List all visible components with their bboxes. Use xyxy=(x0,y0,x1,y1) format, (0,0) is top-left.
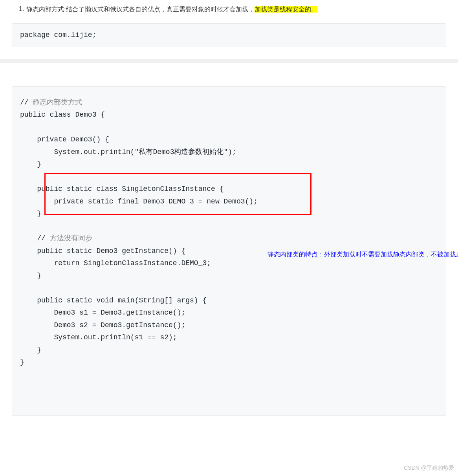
code-line: private static final Demo3 DEMO_3 = new … xyxy=(20,198,258,205)
code-line: public class Demo3 { xyxy=(20,111,105,119)
code-section: // 静态内部类方式 public class Demo3 { private … xyxy=(0,63,458,416)
code-block-main: // 静态内部类方式 public class Demo3 { private … xyxy=(12,86,446,416)
annotation-text-blue: 静态内部类的特点：外部类加载时不需要加载静态内部类，不被加载则不占用内存，（延迟… xyxy=(267,251,458,258)
code-block-package: package com.lijie; xyxy=(12,23,446,47)
code-line: public static void main(String[] args) { xyxy=(20,297,207,304)
code-comment: // 方法没有同步 xyxy=(20,234,92,242)
highlight-box xyxy=(44,173,311,215)
code-line: package com.lijie; xyxy=(20,31,96,39)
code-line: } xyxy=(20,358,24,366)
ordered-list-item: 1. 静态内部方式:结合了懒汉式和饿汉式各自的优点，真正需要对象的时候才会加载，… xyxy=(12,4,446,15)
highlighted-text: 加载类是线程安全的。 xyxy=(255,6,317,13)
code-line: } xyxy=(20,346,41,354)
code-line: } xyxy=(20,210,41,218)
code-line: System.out.println(s1 == s2); xyxy=(20,333,177,341)
code-line: private Demo3() { xyxy=(20,135,109,143)
code-line: } xyxy=(20,272,41,280)
code-line: Demo3 s1 = Demo3.getInstance(); xyxy=(20,309,185,317)
code-line: Demo3 s2 = Demo3.getInstance(); xyxy=(20,321,185,329)
article-content: 1. 静态内部方式:结合了懒汉式和饿汉式各自的优点，真正需要对象的时候才会加载，… xyxy=(0,4,458,47)
list-text-plain: 静态内部方式:结合了懒汉式和饿汉式各自的优点，真正需要对象的时候才会加载， xyxy=(26,6,254,13)
code-line: return SingletonClassInstance.DEMO_3; xyxy=(20,259,211,267)
code-line: } xyxy=(20,160,41,168)
code-line: public static class SingletonClassInstan… xyxy=(20,185,224,193)
code-line: System.out.println("私有Demo3构造参数初始化"); xyxy=(20,148,236,156)
code-comment: // 静态内部类方式 xyxy=(20,99,82,106)
section-divider xyxy=(0,59,458,63)
list-number: 1. xyxy=(19,4,24,14)
annotation-overlay: 静态内部类的特点：外部类加载时不需要加载静态内部类，不被加载则不占用内存，（延迟… xyxy=(257,242,426,268)
code-line: public static Demo3 getInstance() { xyxy=(20,247,185,255)
list-text: 静态内部方式:结合了懒汉式和饿汉式各自的优点，真正需要对象的时候才会加载，加载类… xyxy=(26,4,317,15)
